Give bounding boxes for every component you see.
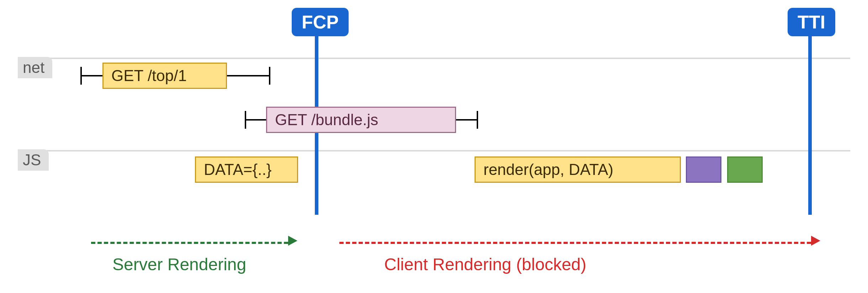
tti-marker-line [808, 36, 812, 215]
net-track-label: net [18, 57, 52, 78]
get-top-whisker-right-cap [269, 67, 270, 85]
get-bundle-whisker-left-cap [245, 111, 246, 129]
server-rendering-arrowhead-icon [288, 236, 297, 246]
tti-marker-label: TTI [788, 8, 835, 36]
fcp-marker-label: FCP [292, 8, 349, 36]
render-call-text: render(app, DATA) [483, 161, 613, 179]
get-bundle-request-box: GET /bundle.js [266, 107, 456, 133]
render-call-box: render(app, DATA) [475, 156, 681, 183]
client-rendering-arrow [339, 242, 811, 244]
purple-task-box [686, 156, 721, 183]
get-bundle-whisker-right-cap [477, 111, 478, 129]
green-task-box [727, 156, 763, 183]
js-track-line [18, 150, 850, 151]
client-rendering-arrowhead-icon [811, 236, 820, 246]
get-top-request-text: GET /top/1 [111, 67, 187, 85]
server-rendering-label: Server Rendering [112, 255, 246, 274]
net-track-line [18, 58, 850, 59]
rendering-timeline-diagram: net JS FCP TTI GET /top/1 GET /bundle.js… [0, 0, 868, 293]
get-top-whisker-left-cap [80, 67, 82, 85]
server-rendering-arrow [91, 242, 288, 244]
get-top-request-box: GET /top/1 [102, 63, 227, 89]
js-track-label: JS [18, 149, 49, 171]
client-rendering-label: Client Rendering (blocked) [384, 255, 586, 274]
data-inline-text: DATA={..} [204, 161, 271, 179]
get-bundle-request-text: GET /bundle.js [275, 111, 378, 129]
data-inline-box: DATA={..} [195, 156, 298, 183]
